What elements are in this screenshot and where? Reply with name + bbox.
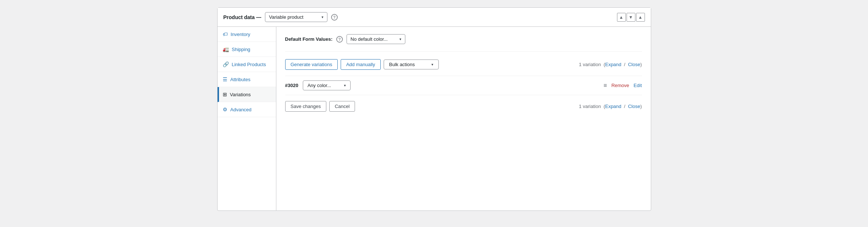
main-content: Default Form Values: ? No default color.…	[276, 27, 651, 210]
default-color-select[interactable]: No default color... ▾	[347, 34, 405, 44]
variation-color-chevron: ▾	[344, 83, 346, 87]
product-data-title: Product data —	[223, 14, 261, 20]
sidebar-item-shipping-label: Shipping	[232, 47, 251, 52]
toolbar-right: 1 variation (Expand / Close)	[579, 62, 642, 67]
sidebar-item-linked-label: Linked Products	[232, 62, 266, 67]
variation-color-value: Any color...	[308, 83, 331, 88]
bulk-actions-dropdown[interactable]: Bulk actions ▾	[384, 60, 439, 69]
footer-right: 1 variation (Expand / Close)	[579, 104, 642, 109]
product-type-select[interactable]: Variable product ▾	[265, 12, 327, 22]
toolbar-variation-count: 1 variation	[579, 62, 601, 67]
default-form-values-label: Default Form Values:	[285, 36, 333, 42]
variations-icon: ⊞	[223, 91, 227, 97]
sidebar-item-shipping[interactable]: 🚛 Shipping	[218, 42, 276, 57]
header-left: Product data — Variable product ▾ ?	[223, 12, 338, 22]
inventory-icon: 🏷	[223, 31, 228, 37]
footer-separator: /	[624, 104, 625, 109]
variation-edit-button[interactable]: Edit	[634, 83, 642, 88]
nav-up-button[interactable]: ▲	[617, 13, 626, 22]
product-type-label: Variable product	[269, 14, 304, 20]
sidebar-item-linked-products[interactable]: 🔗 Linked Products	[218, 57, 276, 72]
default-color-value: No default color...	[351, 36, 388, 42]
footer-expand-link[interactable]: Expand	[605, 104, 621, 109]
generate-variations-button[interactable]: Generate variations	[285, 59, 338, 70]
product-type-chevron: ▾	[322, 15, 323, 19]
nav-expand-button[interactable]: ▲	[636, 13, 645, 22]
sidebar-item-inventory[interactable]: 🏷 Inventory	[218, 27, 276, 42]
footer-row: Save changes Cancel 1 variation (Expand …	[285, 101, 642, 112]
sidebar: 🏷 Inventory 🚛 Shipping 🔗 Linked Products…	[218, 27, 276, 210]
variations-toolbar-row: Generate variations Add manually Bulk ac…	[285, 59, 642, 70]
save-changes-button[interactable]: Save changes	[285, 101, 326, 112]
variation-remove-button[interactable]: Remove	[611, 83, 629, 88]
footer-variation-count: 1 variation	[579, 104, 601, 109]
advanced-icon: ⚙	[223, 107, 227, 112]
product-data-body: 🏷 Inventory 🚛 Shipping 🔗 Linked Products…	[218, 27, 651, 210]
variation-row: #3020 Any color... ▾ ≡ Remove Edit	[285, 76, 642, 95]
cancel-button[interactable]: Cancel	[329, 101, 355, 112]
sidebar-item-advanced[interactable]: ⚙ Advanced	[218, 102, 276, 117]
toolbar-expand-link[interactable]: Expand	[605, 62, 621, 67]
default-form-values-row: Default Form Values: ? No default color.…	[285, 34, 642, 52]
default-color-chevron: ▾	[399, 37, 401, 41]
toolbar-left: Generate variations Add manually Bulk ac…	[285, 59, 439, 70]
shipping-icon: 🚛	[223, 46, 229, 52]
product-data-panel: Product data — Variable product ▾ ? ▲ ▼ …	[217, 7, 651, 211]
header-nav-buttons: ▲ ▼ ▲	[617, 13, 645, 22]
toolbar-close-link[interactable]: Close	[628, 62, 640, 67]
bulk-actions-label: Bulk actions	[389, 62, 415, 67]
toolbar-separator: /	[624, 62, 625, 67]
attributes-icon: ☰	[223, 76, 227, 82]
sidebar-item-advanced-label: Advanced	[230, 107, 252, 112]
footer-left: Save changes Cancel	[285, 101, 355, 112]
sidebar-item-variations[interactable]: ⊞ Variations	[218, 87, 276, 102]
nav-down-button[interactable]: ▼	[627, 13, 635, 22]
sidebar-item-attributes[interactable]: ☰ Attributes	[218, 72, 276, 87]
footer-close-link[interactable]: Close	[628, 104, 640, 109]
variation-menu-icon[interactable]: ≡	[603, 82, 607, 89]
sidebar-item-attributes-label: Attributes	[230, 77, 251, 82]
variation-number: #3020	[285, 83, 298, 88]
sidebar-item-variations-label: Variations	[230, 92, 251, 97]
add-manually-button[interactable]: Add manually	[341, 59, 381, 70]
product-data-header: Product data — Variable product ▾ ? ▲ ▼ …	[218, 8, 651, 27]
variation-color-select[interactable]: Any color... ▾	[303, 80, 351, 90]
variation-left: #3020 Any color... ▾	[285, 80, 351, 90]
linked-products-icon: 🔗	[223, 61, 229, 67]
sidebar-item-inventory-label: Inventory	[231, 32, 250, 37]
help-icon[interactable]: ?	[331, 14, 338, 21]
form-values-help-icon[interactable]: ?	[336, 36, 343, 43]
variation-right: ≡ Remove Edit	[603, 82, 642, 89]
bulk-actions-chevron: ▾	[431, 62, 433, 66]
